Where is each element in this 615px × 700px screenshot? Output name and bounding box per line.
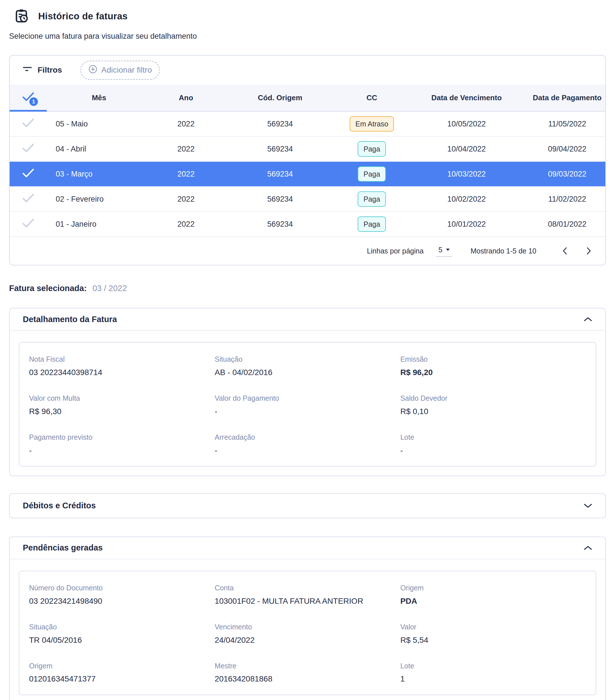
filter-bar: Filtros Adicionar filtro: [10, 55, 605, 85]
row-select-cell[interactable]: [10, 162, 47, 187]
invoice-detail-section: Detalhamento da Fatura Nota Fiscal 03 20…: [9, 308, 606, 476]
field-vencimento: Vencimento 24/04/2022: [214, 623, 400, 645]
filter-icon: [23, 65, 32, 75]
row-check-icon: [22, 143, 35, 153]
table-pagination: Linhas por página 5 Mostrando 1-5 de 10: [10, 237, 605, 265]
cell-mes: 05 - Maio: [47, 111, 152, 136]
pending-items-title: Pendências geradas: [23, 543, 102, 552]
cell-data-pagamento: 08/01/2022: [529, 212, 605, 237]
field-origem-numero: Origem 012016345471377: [29, 662, 214, 684]
next-page-button[interactable]: [587, 247, 591, 254]
field-numero-documento: Número do Documento 03 20223421498490: [29, 584, 214, 606]
previous-page-button[interactable]: [563, 247, 567, 254]
cell-data-pagamento: 11/02/2022: [529, 187, 605, 212]
cell-data-pagamento: 11/05/2022: [529, 111, 605, 136]
invoice-table: 1 Mês Ano Cód. Origem CC Data de Vencime…: [10, 85, 605, 237]
column-header-mes: Mês: [47, 85, 152, 111]
pending-items-body: Número do Documento 03 20223421498490 Co…: [10, 559, 605, 700]
debits-credits-title: Débitos e Créditos: [23, 501, 96, 510]
select-column-header[interactable]: 1: [10, 85, 47, 111]
rows-per-page-select[interactable]: 5: [436, 245, 452, 257]
field-lote: Lote -: [401, 433, 586, 455]
table-header-row: 1 Mês Ano Cód. Origem CC Data de Vencime…: [10, 85, 605, 111]
pending-items-header[interactable]: Pendências geradas: [10, 537, 605, 559]
cell-data-vencimento: 10/03/2022: [404, 162, 529, 187]
field-nota-fiscal: Nota Fiscal 03 20223440398714: [29, 355, 214, 377]
page-title: Histórico de faturas: [38, 11, 128, 22]
invoice-detail-header[interactable]: Detalhamento da Fatura: [10, 309, 605, 330]
pagination-range-label: Mostrando 1-5 de 10: [470, 247, 536, 255]
cell-mes: 04 - Abril: [47, 136, 152, 162]
field-origem-tipo: Origem PDA: [401, 584, 586, 606]
clipboard-clock-icon: [15, 9, 29, 24]
selected-invoice-label: Fatura selecionada:: [9, 284, 87, 293]
row-select-cell[interactable]: [10, 136, 47, 162]
status-badge: Paga: [358, 166, 385, 182]
status-badge: Paga: [358, 216, 385, 232]
cell-mes: 01 - Janeiro: [47, 212, 152, 237]
chevron-left-icon: [563, 247, 567, 254]
chevron-up-icon[interactable]: [584, 545, 592, 550]
cell-data-pagamento: 09/03/2022: [529, 162, 605, 187]
column-header-data-pagamento: Data de Pagamento: [529, 85, 605, 111]
invoice-detail-card: Nota Fiscal 03 20223440398714 Situação A…: [19, 342, 596, 466]
row-select-cell[interactable]: [10, 212, 47, 237]
rows-per-page-value: 5: [438, 246, 442, 254]
invoice-detail-title: Detalhamento da Fatura: [23, 315, 117, 324]
status-badge: Paga: [358, 191, 385, 207]
column-header-cc: CC: [340, 85, 404, 111]
table-row[interactable]: 01 - Janeiro 2022 569234 Paga 10/01/2022…: [10, 212, 605, 237]
field-valor-com-multa: Valor com Multa R$ 96,30: [29, 394, 214, 416]
debits-credits-header[interactable]: Débitos e Créditos: [10, 494, 605, 518]
invoice-table-panel: Filtros Adicionar filtro: [9, 55, 606, 265]
row-select-cell[interactable]: [10, 111, 47, 136]
row-select-cell[interactable]: [10, 187, 47, 212]
chevron-up-icon[interactable]: [584, 317, 592, 322]
page-header: Histórico de faturas: [9, 0, 606, 24]
cell-data-pagamento: 09/04/2022: [529, 136, 605, 162]
selected-count-badge: 1: [29, 97, 38, 106]
page-subtitle: Selecione uma fatura para visualizar seu…: [9, 32, 606, 41]
field-mestre: Mestre 2016342081868: [214, 662, 400, 684]
cell-mes: 03 - Março: [47, 162, 152, 187]
status-badge: Paga: [358, 141, 385, 157]
caret-down-icon: [446, 248, 450, 251]
cell-ano: 2022: [151, 162, 220, 187]
selected-invoice-value: 03 / 2022: [92, 284, 127, 293]
field-pagamento-previsto: Pagamento previsto -: [29, 433, 214, 455]
cell-ano: 2022: [151, 111, 220, 136]
cell-data-vencimento: 10/05/2022: [404, 111, 529, 136]
chevron-down-icon[interactable]: [584, 503, 592, 508]
cell-ano: 2022: [151, 136, 220, 162]
cell-cod-origem: 569234: [221, 212, 340, 237]
rows-per-page-label: Linhas por página: [367, 247, 424, 255]
field-lote-pendencia: Lote 1: [401, 662, 586, 684]
pending-items-section: Pendências geradas Número do Documento 0…: [9, 537, 606, 700]
chevron-right-icon: [587, 247, 591, 254]
debits-credits-section: Débitos e Créditos: [9, 493, 606, 518]
pending-items-card: Número do Documento 03 20223421498490 Co…: [19, 571, 596, 695]
field-valor: Valor R$ 5,54: [401, 623, 586, 645]
add-filter-label: Adicionar filtro: [101, 65, 152, 75]
row-check-icon: [22, 118, 35, 128]
column-header-ano: Ano: [151, 85, 220, 111]
circle-plus-icon: [88, 65, 97, 76]
cell-data-vencimento: 10/01/2022: [404, 212, 529, 237]
table-row[interactable]: 04 - Abril 2022 569234 Paga 10/04/2022 0…: [10, 136, 605, 162]
row-check-icon: [22, 218, 35, 228]
field-conta: Conta 103001F02 - MULTA FATURA ANTERIOR: [214, 584, 400, 606]
field-arrecadacao: Arrecadação -: [214, 433, 400, 455]
table-row-selected[interactable]: 03 - Março 2022 569234 Paga 10/03/2022 0…: [10, 162, 605, 187]
cell-ano: 2022: [151, 187, 220, 212]
filters-label: Filtros: [23, 65, 62, 75]
column-header-data-vencimento: Data de Vencimento: [404, 85, 529, 111]
row-check-icon: [22, 193, 35, 203]
table-row[interactable]: 02 - Fevereiro 2022 569234 Paga 10/02/20…: [10, 187, 605, 212]
add-filter-button[interactable]: Adicionar filtro: [81, 61, 160, 80]
field-emissao: Emissão R$ 96,20: [401, 355, 586, 377]
cell-cod-origem: 569234: [221, 136, 340, 162]
cell-mes: 02 - Fevereiro: [47, 187, 152, 212]
status-badge: Em Atraso: [350, 116, 394, 132]
table-row[interactable]: 05 - Maio 2022 569234 Em Atraso 10/05/20…: [10, 111, 605, 136]
cell-cod-origem: 569234: [221, 111, 340, 136]
